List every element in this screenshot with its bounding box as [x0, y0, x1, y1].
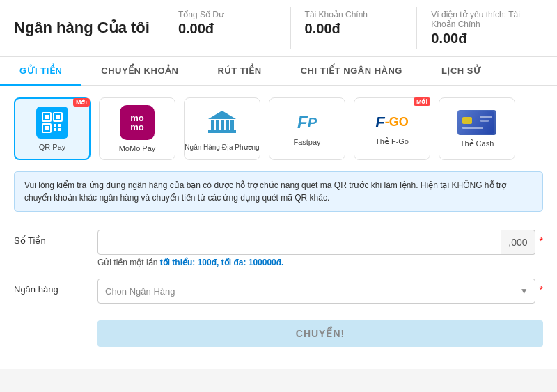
- submit-button[interactable]: CHUYỂN!: [97, 320, 543, 347]
- stat-ewallet: Ví điện tử yêu thích: Tài Khoản Chính 0.…: [417, 7, 543, 49]
- svg-rect-1: [45, 115, 49, 119]
- hint-min-value: 100đ,: [198, 258, 219, 267]
- stat-main-label: Tài Khoản Chính: [305, 10, 403, 19]
- qr-pay-label: QR Pay: [39, 143, 66, 151]
- header: Ngân hàng Của tôi Tổng Số Dư 0.00đ Tài K…: [0, 0, 557, 57]
- header-stats: Tổng Số Dư 0.00đ Tài Khoản Chính 0.00đ V…: [164, 7, 543, 49]
- cash-label: Thẻ Cash: [460, 139, 494, 148]
- svg-rect-3: [56, 115, 60, 119]
- svg-rect-14: [226, 120, 229, 130]
- method-momo[interactable]: momo MoMo Pay: [99, 97, 175, 160]
- tab-gui-tien[interactable]: GỬI TIỀN: [0, 57, 81, 86]
- fgo-icon: F -GO: [375, 112, 409, 133]
- fgo-label: Thẻ F-Go: [375, 137, 409, 146]
- qr-pay-icon: [36, 107, 68, 139]
- main-container: Ngân hàng Của tôi Tổng Số Dư 0.00đ Tài K…: [0, 0, 557, 369]
- amount-input[interactable]: [97, 230, 501, 255]
- tab-chi-tiet[interactable]: CHI TIẾT NGÂN HÀNG: [281, 57, 422, 86]
- svg-rect-19: [480, 116, 492, 118]
- stat-total-balance: Tổng Số Dư 0.00đ: [164, 7, 291, 49]
- method-fgo[interactable]: Mới F -GO Thẻ F-Go: [354, 97, 430, 160]
- svg-rect-20: [480, 120, 489, 122]
- amount-input-row: ,000: [97, 230, 535, 255]
- submit-wrap: CHUYỂN!: [97, 315, 543, 347]
- page-title: Ngân hàng Của tôi: [14, 7, 164, 49]
- submit-row: CHUYỂN!: [14, 315, 543, 347]
- stat-total-value: 0.00đ: [178, 21, 276, 37]
- bank-row: Ngân hàng Chon Ngân Hàng ▼ *: [14, 279, 543, 304]
- momo-label: MoMo Pay: [119, 144, 156, 152]
- svg-rect-13: [221, 120, 224, 130]
- amount-required: *: [540, 235, 543, 246]
- local-bank-label: Ngân Hàng Địa Phương: [185, 143, 259, 151]
- badge-new-fgo: Mới: [414, 97, 430, 106]
- svg-rect-9: [58, 128, 61, 131]
- badge-new-qr: Mới: [73, 98, 90, 107]
- bank-control: Chon Ngân Hàng ▼: [97, 279, 535, 304]
- hint-min-label: tối thiểu:: [160, 258, 196, 267]
- svg-rect-21: [462, 127, 483, 129]
- amount-suffix: ,000: [501, 230, 535, 255]
- method-local-bank[interactable]: Ngân Hàng Địa Phương: [184, 97, 260, 160]
- stat-ewallet-value: 0.00đ: [431, 31, 529, 47]
- svg-rect-12: [216, 120, 219, 130]
- svg-rect-16: [208, 130, 236, 133]
- method-qr-pay[interactable]: Mới QR Pay: [14, 97, 91, 160]
- tab-lich-su[interactable]: LỊCH SỬ: [422, 57, 501, 86]
- svg-rect-6: [54, 124, 56, 127]
- method-fastpay[interactable]: F P Fastpay: [269, 97, 345, 160]
- deposit-form: Số Tiền ,000 Gửi tiền một lần tối thiểu:…: [0, 219, 557, 369]
- svg-rect-7: [58, 124, 61, 127]
- tab-bar: GỬI TIỀN CHUYỂN KHOẢN RÚT TIỀN CHI TIẾT …: [0, 57, 557, 86]
- stat-ewallet-label: Ví điện tử yêu thích: Tài Khoản Chính: [431, 10, 529, 29]
- hint-max-value: 100000đ.: [249, 258, 284, 267]
- fastpay-label: Fastpay: [293, 138, 320, 146]
- notice-box: Vui lòng kiểm tra ứng dụng ngân hàng của…: [14, 171, 543, 212]
- bank-select-wrap: Chon Ngân Hàng ▼: [97, 279, 535, 304]
- bank-icon: [206, 107, 238, 139]
- amount-hint: Gửi tiền một lần tối thiểu: 100đ, tối đa…: [97, 258, 535, 267]
- bank-label: Ngân hàng: [14, 279, 97, 295]
- tab-chuyen-khoan[interactable]: CHUYỂN KHOẢN: [81, 57, 198, 86]
- bank-select[interactable]: Chon Ngân Hàng: [97, 279, 535, 304]
- svg-marker-10: [208, 111, 236, 119]
- amount-control: ,000 Gửi tiền một lần tối thiểu: 100đ, t…: [97, 230, 535, 267]
- tab-rut-tien[interactable]: RÚT TIỀN: [198, 57, 281, 86]
- payment-methods: Mới QR Pay momo: [0, 86, 557, 171]
- hint-max-label: tối đa:: [221, 258, 246, 267]
- amount-row: Số Tiền ,000 Gửi tiền một lần tối thiểu:…: [14, 230, 543, 267]
- stat-main-value: 0.00đ: [305, 21, 403, 37]
- notice-text: Vui lòng kiểm tra ứng dụng ngân hàng của…: [24, 180, 506, 203]
- momo-icon: momo: [120, 105, 155, 140]
- stat-total-label: Tổng Số Dư: [178, 10, 276, 19]
- bank-required: *: [540, 284, 543, 295]
- svg-rect-8: [54, 128, 56, 131]
- svg-rect-11: [211, 120, 214, 130]
- svg-rect-15: [230, 120, 234, 130]
- fastpay-icon: F P: [290, 111, 324, 134]
- amount-label: Số Tiền: [14, 230, 97, 246]
- method-cash[interactable]: Thẻ Cash: [439, 97, 515, 160]
- svg-rect-18: [462, 117, 472, 124]
- cash-icon: [457, 110, 496, 135]
- svg-rect-5: [45, 126, 49, 130]
- stat-main-account: Tài Khoản Chính 0.00đ: [291, 7, 418, 49]
